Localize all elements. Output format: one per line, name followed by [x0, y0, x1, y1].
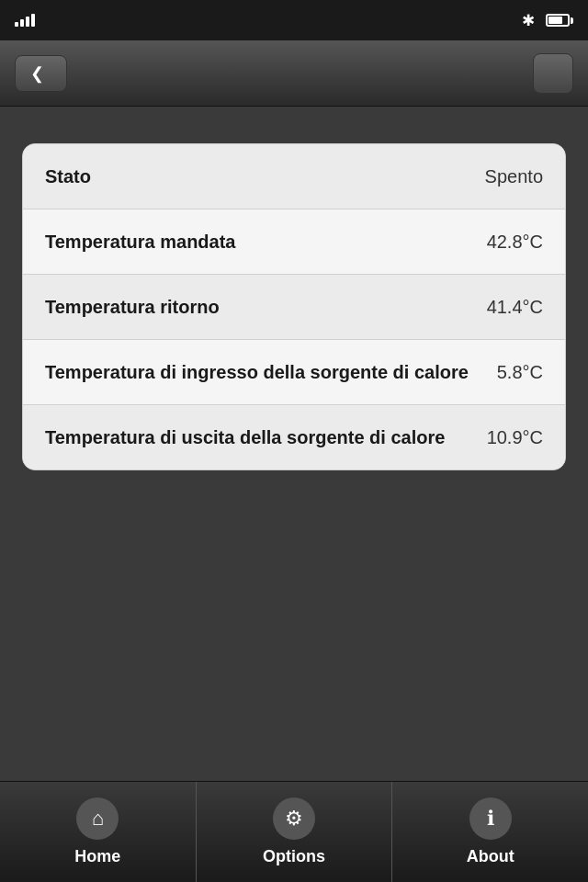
- bluetooth-icon: ✱: [522, 11, 535, 30]
- back-chevron-icon: ❮: [30, 63, 44, 84]
- back-button[interactable]: ❮: [15, 55, 67, 92]
- status-bar: ✱: [0, 0, 588, 40]
- about-label: About: [467, 847, 514, 866]
- row-value: 10.9°C: [487, 427, 543, 448]
- row-value: 5.8°C: [497, 362, 543, 383]
- home-label: Home: [74, 847, 120, 866]
- options-icon: ⚙: [273, 797, 315, 840]
- tab-about[interactable]: ℹ About: [392, 782, 588, 882]
- nav-bar: ❮: [0, 40, 588, 107]
- table-row: Stato Spento: [23, 144, 565, 209]
- battery-icon: [546, 14, 573, 27]
- row-label: Temperatura di ingresso della sorgente d…: [45, 360, 482, 384]
- row-label: Temperatura ritorno: [45, 295, 472, 319]
- status-right: ✱: [522, 11, 573, 30]
- data-card: Stato Spento Temperatura mandata 42.8°C …: [22, 143, 566, 470]
- about-icon: ℹ: [469, 797, 512, 840]
- table-row: Temperatura di uscita della sorgente di …: [23, 405, 565, 469]
- tab-bar: ⌂ Home ⚙ Options ℹ About: [0, 781, 588, 882]
- home-icon: ⌂: [76, 797, 119, 840]
- row-value: Spento: [485, 166, 543, 187]
- row-label: Stato: [45, 164, 470, 188]
- row-value: 42.8°C: [487, 232, 543, 253]
- table-row: Temperatura mandata 42.8°C: [23, 209, 565, 275]
- table-row: Temperatura ritorno 41.4°C: [23, 275, 565, 340]
- tab-options[interactable]: ⚙ Options: [197, 782, 393, 882]
- tab-home[interactable]: ⌂ Home: [0, 782, 197, 882]
- signal-icon: [15, 14, 35, 27]
- main-content: Stato Spento Temperatura mandata 42.8°C …: [0, 107, 588, 507]
- table-row: Temperatura di ingresso della sorgente d…: [23, 340, 565, 405]
- status-carrier: [15, 14, 46, 27]
- row-value: 41.4°C: [487, 297, 543, 318]
- row-label: Temperatura di uscita della sorgente di …: [45, 425, 472, 449]
- row-label: Temperatura mandata: [45, 230, 472, 254]
- options-label: Options: [263, 847, 325, 866]
- refresh-button[interactable]: [533, 53, 573, 94]
